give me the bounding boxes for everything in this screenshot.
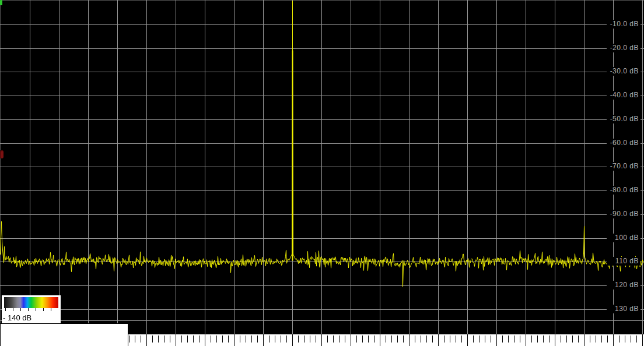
spectrum-analyzer-screen: -10.0 dB-20.0 dB-30.0 dB-40.0 dB-50.0 dB… bbox=[0, 0, 644, 346]
info-box: Date=2007-01-10 Time=18:44 Freq= 0...220… bbox=[0, 323, 128, 346]
color-scale-gradient bbox=[4, 297, 58, 308]
amplitude-color-legend: - 140 dB bbox=[2, 295, 61, 323]
red-marker bbox=[0, 150, 4, 158]
color-scale-min-label: - 140 dB bbox=[3, 313, 32, 322]
green-cursor-mark bbox=[0, 0, 2, 5]
color-scale-ticks bbox=[5, 308, 57, 311]
spectrum-plot-canvas[interactable] bbox=[0, 0, 644, 346]
